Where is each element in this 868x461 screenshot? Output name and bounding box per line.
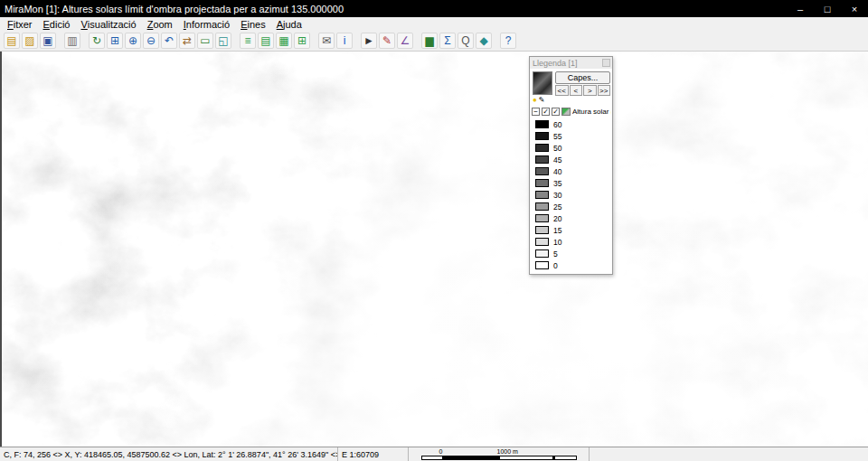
maximize-button[interactable]: □	[814, 0, 841, 17]
legend-entry: 55	[530, 130, 612, 142]
legend-swatch	[535, 214, 549, 222]
zoom-in-icon[interactable]: ⊕	[125, 33, 141, 49]
status-bar: C, F: 74, 256 <> X, Y: 418465.05, 458750…	[0, 447, 868, 461]
full-extent-icon[interactable]: ▭	[197, 33, 213, 49]
menu-visualitzacio[interactable]: Visualització	[75, 17, 141, 31]
legend-swatch	[535, 144, 549, 152]
scale-bar-segment	[422, 456, 442, 459]
help-icon[interactable]: ?	[500, 33, 516, 49]
legend-entry: 60	[530, 118, 612, 130]
select-arrow-icon[interactable]: ►	[361, 33, 377, 49]
legend-entry: 20	[530, 212, 612, 224]
coordinates-readout: C, F: 74, 256 <> X, Y: 418465.05, 458750…	[0, 447, 338, 461]
scale-bar-max-label: 1000 m	[497, 448, 518, 455]
close-button[interactable]: ×	[841, 0, 868, 17]
hillshade-raster	[2, 52, 868, 447]
legend-entry: 45	[530, 154, 612, 165]
legend-swatch	[535, 132, 549, 140]
open-vector-icon[interactable]: ▨	[22, 33, 38, 49]
edit-pencil-icon[interactable]: ✎	[379, 33, 395, 49]
legend-nav: <<<>>>	[555, 85, 610, 96]
menu-informacio[interactable]: Informació	[178, 17, 235, 31]
legend-swatch	[535, 179, 549, 187]
save-icon[interactable]: ▣	[40, 33, 56, 49]
legend-value: 60	[553, 120, 561, 129]
info-icon[interactable]: i	[336, 33, 353, 49]
capes-button[interactable]: Capes...	[555, 71, 610, 84]
legend-entry: 5	[530, 248, 612, 259]
expand-collapse-icon[interactable]: −	[532, 108, 540, 116]
legend-entry: 10	[530, 236, 612, 248]
legend-value: 45	[553, 155, 561, 165]
zoom-out-icon[interactable]: ⊖	[143, 33, 159, 49]
legend-layer-row: − ✓ ✓ Altura solar (°)	[530, 106, 612, 117]
legend-value: 40	[553, 167, 561, 176]
legend-thumbnail[interactable]	[533, 71, 552, 95]
scale-bar-segments	[421, 456, 577, 460]
menu-ajuda[interactable]: Ajuda	[271, 17, 307, 31]
minimize-button[interactable]: –	[787, 0, 814, 17]
window-title: MiraMon [1]: Altures solars límit d'ombr…	[0, 4, 787, 14]
legend-value: 20	[553, 214, 561, 223]
edit-symbol-icon[interactable]: ✎	[539, 97, 545, 104]
print-icon[interactable]: ▥	[64, 33, 80, 49]
pan-icon[interactable]: ⇄	[179, 33, 195, 49]
measure-icon[interactable]: ∠	[397, 33, 413, 49]
legend-panel[interactable]: Llegenda [1] ● ✎ Capes... <<<>>> − ✓ ✓ A…	[529, 56, 613, 275]
status-bar-filler	[590, 447, 868, 461]
legend-value: 5	[553, 249, 558, 259]
legend-close-icon[interactable]	[602, 59, 610, 67]
zoom-window-icon[interactable]: ⊞	[107, 33, 123, 49]
legend-value: 50	[553, 144, 561, 153]
legend-swatch	[535, 155, 549, 164]
menu-bar: FitxerEdicióVisualitzacióZoomInformacióE…	[0, 17, 868, 31]
legend-last-button[interactable]: >>	[598, 85, 611, 96]
map-viewport[interactable]	[0, 52, 868, 447]
legend-value: 30	[553, 191, 561, 200]
histogram-icon[interactable]: ▆	[421, 33, 438, 49]
layer-name[interactable]: Altura solar (°)	[572, 108, 611, 116]
metadata-icon[interactable]: ✉	[318, 33, 335, 49]
legend-value: 55	[553, 132, 561, 141]
legend-title: Llegenda [1]	[533, 59, 578, 68]
menu-zoom[interactable]: Zoom	[142, 17, 178, 31]
scale-bar-segment	[500, 456, 552, 459]
legend-swatch	[535, 226, 549, 234]
legend-right-column: Capes... <<<>>>	[552, 71, 610, 105]
legend-entry: 0	[530, 259, 612, 271]
overview-icon[interactable]: ◱	[215, 33, 231, 49]
menu-eines[interactable]: Eines	[235, 17, 271, 31]
layer-visible-checkbox[interactable]: ✓	[542, 108, 550, 116]
three-d-icon[interactable]: ◆	[476, 33, 492, 49]
legend-entry: 35	[530, 177, 612, 189]
legend-header[interactable]: Llegenda [1]	[530, 57, 612, 69]
menu-fitxer[interactable]: Fitxer	[2, 17, 38, 31]
zoom-previous-icon[interactable]: ↶	[161, 33, 177, 49]
legend-value: 10	[553, 238, 561, 247]
legend-first-button[interactable]: <<	[555, 85, 569, 96]
legend-entry: 15	[530, 224, 612, 236]
layers-icon[interactable]: ≡	[240, 33, 256, 49]
statistics-icon[interactable]: Σ	[439, 33, 456, 49]
grid-icon[interactable]: ⊞	[294, 33, 310, 49]
menu-edicio[interactable]: Edició	[38, 17, 76, 31]
table-icon[interactable]: ▦	[276, 33, 292, 49]
legend-prev-button[interactable]: <	[570, 85, 583, 96]
query-icon[interactable]: Q	[458, 33, 474, 49]
legend-entries: 605550454035302520151050	[530, 117, 612, 274]
legend-icon[interactable]: ▤	[258, 33, 274, 49]
legend-entry: 25	[530, 201, 612, 212]
legend-mini-icons: ● ✎	[533, 96, 545, 105]
scale-bar-cell: 0 1000 m	[409, 447, 590, 461]
scale-bar-labels: 0 1000 m	[421, 448, 577, 455]
scale-bar: 0 1000 m	[421, 448, 577, 460]
legend-next-button[interactable]: >	[583, 85, 597, 96]
legend-swatch	[535, 202, 549, 211]
open-map-icon[interactable]: ▤	[4, 33, 20, 49]
legend-value: 15	[553, 226, 561, 235]
legend-value: 0	[553, 261, 558, 270]
redraw-icon[interactable]: ↻	[89, 33, 105, 49]
layer-active-checkbox[interactable]: ✓	[552, 108, 560, 116]
layer-type-icon	[561, 108, 571, 116]
marker-dot-icon[interactable]: ●	[533, 97, 537, 104]
